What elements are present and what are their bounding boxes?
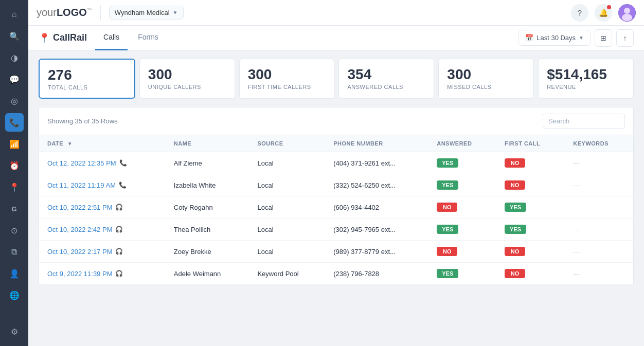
notification-badge bbox=[607, 5, 611, 9]
table-row[interactable]: Oct 10, 2022 2:42 PM 🎧 Thea Pollich Loca… bbox=[39, 218, 633, 241]
sidebar-item-g[interactable]: G bbox=[5, 199, 24, 218]
brand: 📍 CallRail bbox=[39, 32, 87, 44]
date-link[interactable]: Oct 10, 2022 2:51 PM bbox=[47, 204, 112, 211]
filter-icon: ⊞ bbox=[600, 34, 606, 42]
cell-keywords: — bbox=[565, 263, 633, 285]
sidebar-item-tag[interactable]: ◎ bbox=[5, 92, 24, 110]
headset-icon: 🎧 bbox=[115, 248, 123, 255]
cell-answered: NO bbox=[428, 241, 496, 263]
share-icon: ↑ bbox=[623, 34, 627, 42]
date-link[interactable]: Oct 10, 2022 2:42 PM bbox=[47, 226, 112, 233]
stat-card-4[interactable]: 300 Missed Calls bbox=[438, 59, 534, 99]
cell-keywords: — bbox=[565, 218, 633, 241]
sidebar-item-phone[interactable]: 📞 bbox=[5, 113, 24, 132]
sidebar-item-circle[interactable]: ⊙ bbox=[5, 221, 24, 240]
answered-badge: NO bbox=[437, 247, 457, 256]
cell-keywords: — bbox=[565, 241, 633, 263]
stat-card-2[interactable]: 300 First Time Callers bbox=[239, 59, 335, 99]
cell-source: Local bbox=[249, 241, 325, 263]
cell-source: Local bbox=[249, 218, 325, 241]
sidebar-item-search[interactable]: 🔍 bbox=[5, 27, 24, 45]
cell-keywords: — bbox=[565, 174, 633, 196]
cell-keywords: — bbox=[565, 196, 633, 218]
stat-label-4: Missed Calls bbox=[447, 84, 525, 90]
sidebar-item-chart[interactable]: ◑ bbox=[5, 48, 24, 67]
table-container: Showing 35 of 35 Rows DATE ▼ NAME S bbox=[39, 107, 634, 285]
stat-card-0[interactable]: 276 Total Calls bbox=[39, 59, 135, 99]
date-link[interactable]: Oct 9, 2022 11:39 PM bbox=[47, 270, 112, 278]
tab-calls[interactable]: Calls bbox=[95, 26, 128, 50]
pin-icon: 📍 bbox=[39, 32, 50, 44]
cell-answered: YES bbox=[428, 174, 496, 196]
brand-name: CallRail bbox=[53, 32, 87, 43]
cell-date[interactable]: Oct 10, 2022 2:42 PM 🎧 bbox=[39, 218, 166, 241]
cell-date[interactable]: Oct 10, 2022 2:51 PM 🎧 bbox=[39, 196, 166, 218]
col-keywords: KEYWORDS bbox=[565, 135, 633, 152]
cell-source: Local bbox=[249, 152, 325, 174]
table-showing: Showing 35 of 35 Rows bbox=[47, 117, 118, 125]
cell-first-call: NO bbox=[496, 263, 565, 285]
sidebar-item-settings[interactable]: ⚙ bbox=[5, 322, 24, 341]
chevron-down-icon: ▼ bbox=[579, 35, 584, 41]
sidebar-item-globe[interactable]: 🌐 bbox=[5, 286, 24, 304]
cell-phone: (302) 945-7965 ext... bbox=[325, 218, 428, 241]
tab-forms[interactable]: Forms bbox=[130, 26, 167, 50]
sidebar-item-clock[interactable]: ⏰ bbox=[5, 156, 24, 175]
table-row[interactable]: Oct 10, 2022 2:51 PM 🎧 Coty Rogahn Local… bbox=[39, 196, 633, 218]
date-filter-label: Last 30 Days bbox=[536, 34, 576, 42]
date-filter-button[interactable]: 📅 Last 30 Days ▼ bbox=[518, 30, 591, 46]
first-call-badge: NO bbox=[505, 269, 525, 278]
filter-button[interactable]: ⊞ bbox=[595, 29, 612, 47]
cell-source: Keyword Pool bbox=[249, 263, 325, 285]
stat-card-5[interactable]: $514,165 Revenue bbox=[538, 59, 634, 99]
stats-row: 276 Total Calls 300 Unique Callers 300 F… bbox=[28, 50, 644, 107]
stat-card-3[interactable]: 354 Answered Calls bbox=[338, 59, 434, 99]
date-link[interactable]: Oct 12, 2022 12:35 PM bbox=[47, 159, 116, 167]
sidebar-item-layers[interactable]: ⧉ bbox=[5, 243, 24, 261]
cell-first-call: YES bbox=[496, 218, 565, 241]
headset-icon: 🎧 bbox=[115, 226, 123, 233]
col-first-call: FIRST CALL bbox=[496, 135, 565, 152]
table-row[interactable]: Oct 11, 2022 11:19 AM 📞 Izabella White L… bbox=[39, 174, 633, 196]
calls-table: DATE ▼ NAME SOURCE PHONE NUMBER ANSWERED… bbox=[39, 135, 633, 285]
sidebar-item-users[interactable]: 👤 bbox=[5, 264, 24, 283]
answered-badge: YES bbox=[437, 180, 458, 190]
stat-label-3: Answered Calls bbox=[347, 84, 425, 90]
sidebar-item-pin[interactable]: 📍 bbox=[5, 178, 24, 196]
date-link[interactable]: Oct 10, 2022 2:17 PM bbox=[47, 248, 112, 256]
table-row[interactable]: Oct 9, 2022 11:39 PM 🎧 Adele Weimann Key… bbox=[39, 263, 633, 285]
share-button[interactable]: ↑ bbox=[616, 29, 634, 47]
org-name: Wyndham Medical bbox=[115, 9, 170, 16]
table-row[interactable]: Oct 10, 2022 2:17 PM 🎧 Zoey Brekke Local… bbox=[39, 241, 633, 263]
stat-label-5: Revenue bbox=[547, 84, 625, 90]
col-source: SOURCE bbox=[249, 135, 325, 152]
sidebar-item-signal[interactable]: 📶 bbox=[5, 135, 24, 153]
calendar-icon: 📅 bbox=[525, 34, 533, 42]
notifications-button[interactable]: 🔔 bbox=[595, 4, 612, 22]
sub-nav-actions: 📅 Last 30 Days ▼ ⊞ ↑ bbox=[518, 29, 634, 47]
cell-date[interactable]: Oct 11, 2022 11:19 AM 📞 bbox=[39, 174, 166, 196]
cell-first-call: YES bbox=[496, 196, 565, 218]
search-input[interactable] bbox=[543, 114, 625, 129]
table-header-row: DATE ▼ NAME SOURCE PHONE NUMBER ANSWERED… bbox=[39, 135, 633, 152]
cell-date[interactable]: Oct 10, 2022 2:17 PM 🎧 bbox=[39, 241, 166, 263]
help-button[interactable]: ? bbox=[571, 4, 588, 22]
cell-name: Zoey Brekke bbox=[166, 241, 249, 263]
cell-source: Local bbox=[249, 174, 325, 196]
phone-icon: 📞 bbox=[119, 159, 127, 167]
stat-card-1[interactable]: 300 Unique Callers bbox=[139, 59, 235, 99]
cell-date[interactable]: Oct 12, 2022 12:35 PM 📞 bbox=[39, 152, 166, 174]
date-link[interactable]: Oct 11, 2022 11:19 AM bbox=[47, 181, 116, 189]
topbar-divider bbox=[100, 5, 101, 21]
sidebar-item-home[interactable]: ⌂ bbox=[5, 5, 24, 24]
cell-first-call: NO bbox=[496, 241, 565, 263]
avatar[interactable] bbox=[618, 4, 636, 22]
cell-phone: (606) 934-4402 bbox=[325, 196, 428, 218]
org-selector[interactable]: Wyndham Medical ▼ bbox=[109, 6, 184, 20]
sidebar-item-message[interactable]: 💬 bbox=[5, 70, 24, 88]
col-date[interactable]: DATE ▼ bbox=[39, 135, 166, 152]
sidebar: ⌂ 🔍 ◑ 💬 ◎ 📞 📶 ⏰ 📍 G ⊙ ⧉ 👤 🌐 ⚙ bbox=[0, 0, 28, 346]
cell-date[interactable]: Oct 9, 2022 11:39 PM 🎧 bbox=[39, 263, 166, 285]
svg-point-1 bbox=[624, 8, 630, 14]
table-row[interactable]: Oct 12, 2022 12:35 PM 📞 Alf Zieme Local … bbox=[39, 152, 633, 174]
